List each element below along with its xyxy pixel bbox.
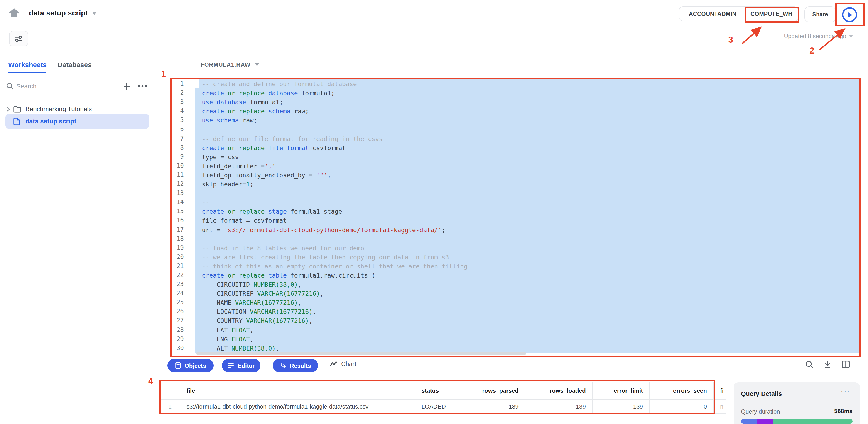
tab-worksheets[interactable]: Worksheets <box>8 61 47 68</box>
code-line[interactable]: 11field_optionally_enclosed_by = '"', <box>172 170 859 180</box>
code-text[interactable]: CIRCUITID NUMBER(38,0), <box>195 280 859 289</box>
sql-editor[interactable]: 1-- create and define our formula1 datab… <box>172 79 859 353</box>
download-icon[interactable] <box>824 360 832 369</box>
code-text[interactable]: -- <box>195 198 859 207</box>
toggle-chart-button[interactable]: Chart <box>330 360 356 367</box>
sidebar-search[interactable]: Search <box>0 80 157 93</box>
code-text[interactable]: field_optionally_enclosed_by = '"', <box>195 170 859 180</box>
column-header[interactable]: fi <box>714 382 725 399</box>
code-line[interactable]: 30 ALT NUMBER(38,0), <box>172 344 859 353</box>
column-header[interactable]: rows_parsed <box>461 382 525 399</box>
code-line[interactable]: 1-- create and define our formula1 datab… <box>172 79 859 89</box>
column-header[interactable]: error_limit <box>593 382 650 399</box>
table-cell[interactable]: 139 <box>461 399 525 413</box>
code-text[interactable]: LAT FLOAT, <box>195 325 859 334</box>
code-text[interactable]: create or replace stage formula1_stage <box>195 207 859 216</box>
updated-status[interactable]: Updated 8 seconds ago <box>744 33 853 39</box>
code-line[interactable]: 15create or replace stage formula1_stage <box>172 207 859 216</box>
code-text[interactable]: -- load in the 8 tables we need for our … <box>195 243 859 252</box>
database-schema-context-dropdown[interactable]: FORMULA1.RAW <box>200 61 259 68</box>
code-line[interactable]: 6 <box>172 125 859 134</box>
table-cell[interactable]: 139 <box>525 399 593 413</box>
code-text[interactable]: file_format = csvformat <box>195 216 859 225</box>
search-results-icon[interactable] <box>805 360 813 369</box>
code-text[interactable]: create or replace database formula1; <box>195 89 859 98</box>
code-line[interactable]: 4create or replace schema raw; <box>172 107 859 116</box>
code-line[interactable]: 17url = 's3://formula1-dbt-cloud-python-… <box>172 225 859 234</box>
more-options-icon[interactable] <box>137 85 148 88</box>
worksheet-filters-button[interactable] <box>9 31 28 46</box>
code-text[interactable]: NAME VARCHAR(16777216), <box>195 298 859 307</box>
code-text[interactable]: type = csv <box>195 152 859 161</box>
code-line[interactable]: 20-- we are first creating the table the… <box>172 253 859 262</box>
code-text[interactable]: -- we are first creating the table then … <box>195 253 859 262</box>
toggle-editor-button[interactable]: Editor <box>222 359 260 372</box>
sidebar-item-selected-worksheet[interactable]: data setup script <box>5 114 149 129</box>
code-line[interactable]: 9type = csv <box>172 152 859 161</box>
share-button[interactable]: Share <box>804 6 836 22</box>
row-number[interactable]: 1 <box>160 399 180 413</box>
column-header[interactable]: errors_seen <box>650 382 714 399</box>
code-text[interactable]: url = 's3://formula1-dbt-cloud-python-de… <box>195 225 859 234</box>
code-line[interactable]: 27 COUNTRY VARCHAR(16777216), <box>172 316 859 325</box>
code-line[interactable]: 25 NAME VARCHAR(16777216), <box>172 298 859 307</box>
code-line[interactable]: 13 <box>172 189 859 198</box>
table-cell[interactable]: s3://formula1-dbt-cloud-python-demo/form… <box>180 399 415 413</box>
code-line[interactable]: 21-- think of this as an empty container… <box>172 262 859 271</box>
code-text[interactable]: ALT NUMBER(38,0), <box>195 344 859 353</box>
code-text[interactable] <box>195 189 859 198</box>
split-panel-icon[interactable] <box>842 360 850 368</box>
table-cell[interactable]: n <box>714 399 725 413</box>
home-icon[interactable] <box>8 7 20 19</box>
toggle-results-button[interactable]: Results <box>273 359 318 372</box>
code-text[interactable]: CIRCUITREF VARCHAR(16777216), <box>195 289 859 298</box>
code-text[interactable]: -- create and define our formula1 databa… <box>195 79 859 89</box>
code-text[interactable]: create or replace file format csvformat <box>195 143 859 152</box>
toggle-objects-button[interactable]: Objects <box>167 359 214 372</box>
code-line[interactable]: 18 <box>172 234 859 243</box>
code-text[interactable] <box>195 125 859 134</box>
code-text[interactable]: -- think of this as an empty container o… <box>195 262 859 271</box>
run-button[interactable] <box>841 6 859 24</box>
editor-horizontal-scrollbar[interactable] <box>196 352 526 355</box>
code-text[interactable]: use schema raw; <box>195 116 859 125</box>
code-line[interactable]: 12skip_header=1; <box>172 180 859 189</box>
column-header[interactable]: rows_loaded <box>525 382 593 399</box>
code-line[interactable]: 14-- <box>172 198 859 207</box>
code-text[interactable]: create or replace table formula1.raw.cir… <box>195 271 859 280</box>
code-line[interactable]: 19-- load in the 8 tables we need for ou… <box>172 243 859 252</box>
add-worksheet-icon[interactable] <box>123 83 131 90</box>
code-text[interactable]: LOCATION VARCHAR(16777216), <box>195 307 859 316</box>
code-text[interactable]: field_delimiter =',' <box>195 161 859 170</box>
code-text[interactable]: use database formula1; <box>195 98 859 106</box>
code-text[interactable] <box>195 234 859 243</box>
column-header[interactable] <box>160 382 180 399</box>
code-line[interactable]: 8create or replace file format csvformat <box>172 143 859 152</box>
code-line[interactable]: 2create or replace database formula1; <box>172 89 859 98</box>
code-line[interactable]: 29 LNG FLOAT, <box>172 334 859 344</box>
code-text[interactable]: -- define our file format for reading in… <box>195 134 859 143</box>
code-text[interactable]: skip_header=1; <box>195 180 859 189</box>
code-line[interactable]: 10field_delimiter =',' <box>172 161 859 170</box>
search-input[interactable]: Search <box>16 83 36 90</box>
table-cell[interactable]: LOADED <box>415 399 461 413</box>
query-details-menu-icon[interactable]: ··· <box>841 387 850 394</box>
tab-databases[interactable]: Databases <box>58 61 92 68</box>
code-line[interactable]: 23 CIRCUITID NUMBER(38,0), <box>172 280 859 289</box>
column-header[interactable]: status <box>415 382 461 399</box>
code-line[interactable]: 16file_format = csvformat <box>172 216 859 225</box>
code-text[interactable]: COUNTRY VARCHAR(16777216), <box>195 316 859 325</box>
table-cell[interactable]: 0 <box>650 399 714 413</box>
code-line[interactable]: 3use database formula1; <box>172 98 859 106</box>
code-line[interactable]: 7-- define our file format for reading i… <box>172 134 859 143</box>
table-cell[interactable]: 139 <box>593 399 650 413</box>
context-role-warehouse-selector[interactable]: ACCOUNTADMIN COMPUTE_WH <box>679 6 799 21</box>
code-line[interactable]: 26 LOCATION VARCHAR(16777216), <box>172 307 859 316</box>
code-text[interactable]: create or replace schema raw; <box>195 107 859 116</box>
worksheet-title-dropdown[interactable]: data setup script <box>29 9 96 17</box>
code-line[interactable]: 22create or replace table formula1.raw.c… <box>172 271 859 280</box>
code-line[interactable]: 5use schema raw; <box>172 116 859 125</box>
code-line[interactable]: 24 CIRCUITREF VARCHAR(16777216), <box>172 289 859 298</box>
code-text[interactable]: LNG FLOAT, <box>195 334 859 344</box>
code-line[interactable]: 28 LAT FLOAT, <box>172 325 859 334</box>
